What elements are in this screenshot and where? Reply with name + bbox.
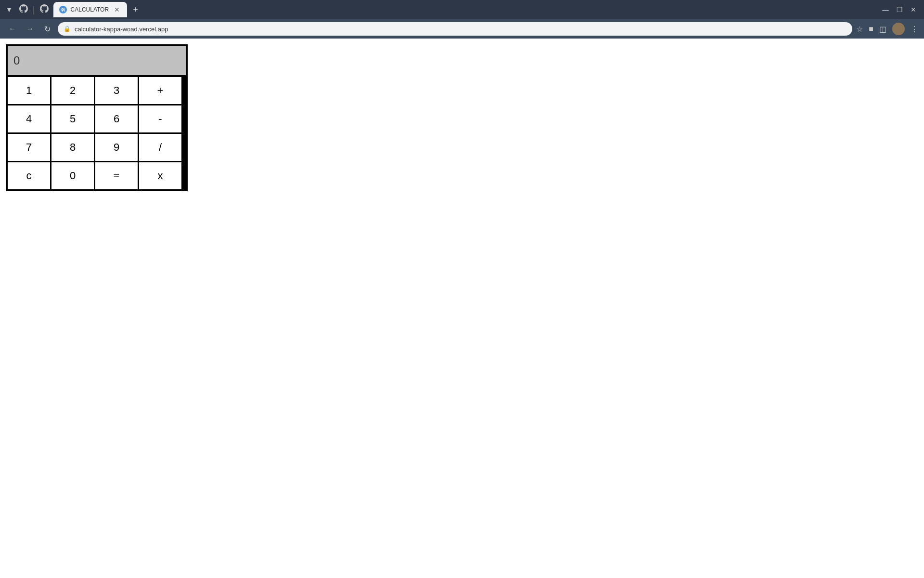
btn-1[interactable]: 1	[8, 77, 50, 104]
btn-5[interactable]: 5	[51, 105, 94, 132]
url-text: calculator-kappa-woad.vercel.app	[75, 26, 847, 33]
tab-close-btn[interactable]: ✕	[113, 5, 121, 14]
forward-btn[interactable]: →	[23, 22, 37, 36]
tab-bar: ▼ | 🛠 CALCULATOR ✕ + — ❐ ✕	[0, 0, 924, 19]
buttons-grid: 123+456-789/c0=x	[8, 77, 186, 189]
bookmark-star-icon[interactable]: ☆	[856, 25, 863, 34]
reload-btn[interactable]: ↻	[40, 22, 54, 36]
close-btn[interactable]: ✕	[911, 6, 916, 13]
browser-chrome: ▼ | 🛠 CALCULATOR ✕ + — ❐ ✕ ← → ↻ 🔒	[0, 0, 924, 39]
window-controls: — ❐ ✕	[882, 6, 920, 13]
btn-multiply[interactable]: x	[139, 162, 181, 189]
btn-clear[interactable]: c	[8, 162, 50, 189]
nav-right-controls: ☆ ■ ◫ ⋮	[856, 23, 918, 35]
user-avatar[interactable]	[892, 23, 905, 35]
btn-6[interactable]: 6	[95, 105, 138, 132]
tab-favicon: 🛠	[59, 6, 67, 13]
minimize-btn[interactable]: —	[882, 6, 889, 13]
btn-minus[interactable]: -	[139, 105, 181, 132]
btn-0[interactable]: 0	[51, 162, 94, 189]
btn-equals[interactable]: =	[95, 162, 138, 189]
btn-3[interactable]: 3	[95, 77, 138, 104]
tab-title-text: CALCULATOR	[71, 6, 109, 13]
display-value: 0	[13, 54, 20, 67]
extensions-icon[interactable]: ■	[869, 25, 873, 33]
btn-9[interactable]: 9	[95, 134, 138, 161]
tab-separator: |	[33, 5, 35, 15]
address-bar[interactable]: 🔒 calculator-kappa-woad.vercel.app	[58, 22, 852, 36]
security-lock-icon: 🔒	[64, 26, 71, 32]
page-content: 0 123+456-789/c0=x	[0, 39, 924, 197]
nav-bar: ← → ↻ 🔒 calculator-kappa-woad.vercel.app…	[0, 19, 924, 39]
github-icon-2	[40, 4, 49, 15]
github-icon	[19, 4, 28, 15]
new-tab-btn[interactable]: +	[129, 3, 142, 17]
calculator-display: 0	[8, 46, 186, 75]
btn-divide[interactable]: /	[139, 134, 181, 161]
btn-2[interactable]: 2	[51, 77, 94, 104]
btn-7[interactable]: 7	[8, 134, 50, 161]
calculator: 0 123+456-789/c0=x	[6, 44, 188, 191]
btn-plus[interactable]: +	[139, 77, 181, 104]
btn-8[interactable]: 8	[51, 134, 94, 161]
back-btn[interactable]: ←	[6, 22, 19, 36]
tab-dropdown-btn[interactable]: ▼	[4, 4, 14, 15]
sidebar-icon[interactable]: ◫	[879, 25, 886, 34]
restore-btn[interactable]: ❐	[897, 6, 903, 13]
active-tab[interactable]: 🛠 CALCULATOR ✕	[53, 2, 128, 17]
menu-btn[interactable]: ⋮	[911, 25, 918, 34]
btn-4[interactable]: 4	[8, 105, 50, 132]
